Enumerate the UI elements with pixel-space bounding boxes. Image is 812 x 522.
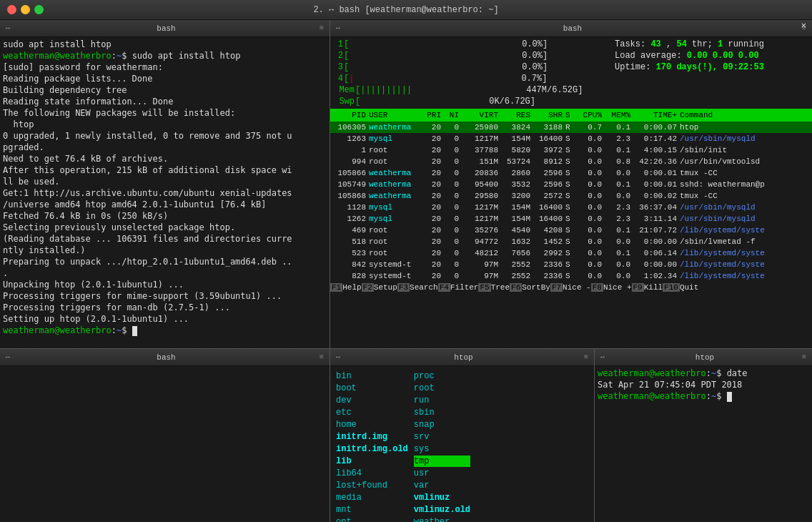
pane-bottom-left-menu-icon[interactable]: ≡ <box>320 353 324 361</box>
process-row[interactable]: 1128 mysql 20 0 1217M 154M 16400 S 0.0 2… <box>330 202 812 213</box>
terminal-output: sudo apt install htop weatherman@weather… <box>3 39 327 336</box>
file-item[interactable]: bin <box>336 370 408 382</box>
pane-bottom-mid-menu-icon[interactable]: ≡ <box>584 353 588 361</box>
pane-right-title: bash <box>343 24 802 33</box>
pane-bottom-left: ↔ bash ≡ <box>0 349 330 522</box>
pane-bottom-right-content[interactable]: weatherman@weatherbro:~$ date Sat Apr 21… <box>595 366 812 522</box>
htop-top-section: 1 [ 0.0%] 2 [ 0.0%] <box>330 37 812 109</box>
cpu-bar-4: 4 [ | 0.7%] <box>333 73 609 84</box>
f9-kill[interactable]: F9Kill <box>632 283 663 292</box>
process-row[interactable]: 106305 weatherma 20 0 25980 3824 3188 R … <box>330 122 812 133</box>
pane-bottom-left-content[interactable] <box>0 366 330 522</box>
window-controls <box>7 5 44 14</box>
file-item[interactable]: mnt <box>336 504 408 516</box>
pane-left-menu-icon[interactable]: ≡ <box>320 24 324 32</box>
pane-left-terminal: ↔ bash ≡ sudo apt install htop weatherma… <box>0 20 330 348</box>
f2-setup[interactable]: F2Setup <box>362 283 397 292</box>
f8-nice-plus[interactable]: F8Nice + <box>591 283 632 292</box>
file-item-tmp[interactable]: tmp <box>414 455 470 467</box>
cpu-bar-2: 2 [ 0.0%] <box>333 50 609 61</box>
top-row: ↔ bash ≡ sudo apt install htop weatherma… <box>0 20 812 349</box>
file-item[interactable]: boot <box>336 383 408 394</box>
pane-right-content[interactable]: 1 [ 0.0%] 2 [ 0.0%] <box>330 37 812 348</box>
pane-bottom-left-title: bash <box>13 353 320 362</box>
process-row[interactable]: 523 root 20 0 48212 7656 2992 S 0.0 0.1 … <box>330 247 812 259</box>
file-item[interactable]: weather <box>414 516 470 522</box>
file-item[interactable]: root <box>414 383 470 394</box>
process-row[interactable]: 828 systemd-t 20 0 97M 2552 2336 S 0.0 0… <box>330 270 812 282</box>
process-row[interactable]: 1 root 20 0 37788 5820 3972 S 0.0 0.1 4:… <box>330 144 812 156</box>
htop-uptime-line: Uptime: 170 days(!), 09:22:53 <box>615 61 809 73</box>
window-title: 2. ↔ bash [weatherman@weatherbro: ~] <box>313 5 498 15</box>
pane-bottom-left-header: ↔ bash ≡ <box>0 349 330 366</box>
file-item-lib[interactable]: lib <box>336 455 408 467</box>
file-item[interactable]: run <box>414 395 470 406</box>
maximize-button[interactable] <box>34 5 44 14</box>
process-row[interactable]: 105866 weatherma 20 0 20836 2860 2596 S … <box>330 167 812 179</box>
pane-bottom-left-icon: ↔ <box>6 353 10 361</box>
file-item[interactable]: dev <box>336 395 408 406</box>
file-item[interactable]: home <box>336 419 408 430</box>
bottom-right-terminal: weatherman@weatherbro:~$ date Sat Apr 21… <box>598 368 809 402</box>
pane-bottom-mid-content[interactable]: bin boot dev etc home initrd.img initrd.… <box>330 366 594 522</box>
file-item[interactable]: sys <box>414 443 470 455</box>
htop-display: 1 [ 0.0%] 2 [ 0.0%] <box>330 37 812 348</box>
file-item-vmlinuz-old[interactable]: vmlinuz.old <box>414 504 470 516</box>
pane-bottom-right: ↔ htop ≡ weatherman@weatherbro:~$ date S… <box>595 349 812 522</box>
pane-bottom-mid-title: htop <box>343 353 584 362</box>
htop-cpu-bars: 1 [ 0.0%] 2 [ 0.0%] <box>333 39 609 107</box>
cpu-bar-3: 3 [ 0.0%] <box>333 61 609 73</box>
f3-search[interactable]: F3Search <box>397 283 438 292</box>
file-item-initrd[interactable]: initrd.img <box>336 431 408 443</box>
pane-left-content[interactable]: sudo apt install htop weatherman@weather… <box>0 37 330 348</box>
minimize-button[interactable] <box>21 5 30 14</box>
process-row[interactable]: 469 root 20 0 35276 4540 4208 S 0.0 0.1 … <box>330 225 812 236</box>
file-item-vmlinuz[interactable]: vmlinuz <box>414 492 470 503</box>
file-item-initrd-old[interactable]: initrd.img.old <box>336 443 408 455</box>
f4-filter[interactable]: F4Filter <box>438 283 479 292</box>
process-row[interactable]: 842 systemd-t 20 0 97M 2552 2336 S 0.0 0… <box>330 259 812 270</box>
htop-load-line: Load average: 0.00 0.00 0.00 <box>615 50 809 61</box>
close-button[interactable] <box>7 5 16 14</box>
file-item[interactable]: usr <box>414 468 470 479</box>
process-row[interactable]: 994 root 20 0 151M 53724 8912 S 0.0 0.8 … <box>330 156 812 167</box>
pane-right-icon: ↔ <box>336 24 340 32</box>
process-row[interactable]: 105868 weatherma 20 0 29580 3200 2572 S … <box>330 190 812 202</box>
title-bar: 2. ↔ bash [weatherman@weatherbro: ~] <box>0 0 812 20</box>
pane-left-icon: ↔ <box>6 24 10 32</box>
file-item[interactable]: sbin <box>414 407 470 418</box>
pane-left-header: ↔ bash ≡ <box>0 20 330 37</box>
htop-process-header: PID USER PRI NI VIRT RES SHR S CPU% MEM%… <box>330 109 812 122</box>
mem-bar: Mem [ |||||||||| 447M/6.52G] <box>333 84 609 96</box>
process-row[interactable]: 1262 mysql 20 0 1217M 154M 16400 S 0.0 2… <box>330 213 812 225</box>
f6-sortby[interactable]: F6SortBy <box>510 283 550 292</box>
process-row[interactable]: 105749 weatherma 20 0 95400 3532 2596 S … <box>330 179 812 190</box>
file-item[interactable]: etc <box>336 407 408 418</box>
main-container: ↔ bash ≡ sudo apt install htop weatherma… <box>0 20 812 522</box>
file-item[interactable]: srv <box>414 431 470 443</box>
process-row[interactable]: 518 root 20 0 94772 1632 1452 S 0.0 0.0 … <box>330 236 812 247</box>
file-item[interactable]: proc <box>414 370 470 382</box>
file-item[interactable]: var <box>414 480 470 491</box>
process-row[interactable]: 1263 mysql 20 0 1217M 154M 16400 S 0.0 2… <box>330 133 812 144</box>
f5-tree[interactable]: F5Tree <box>478 283 510 292</box>
pane-bottom-right-icon: ↔ <box>600 353 605 361</box>
pane-right-htop: ↔ bash ≡ 1 [ 0.0%] <box>330 20 812 348</box>
bottom-row: ↔ bash ≡ ↔ htop ✕ ≡ bin boot <box>0 349 812 522</box>
file-item[interactable]: snap <box>414 419 470 430</box>
file-item[interactable]: opt <box>336 516 408 522</box>
file-item[interactable]: media <box>336 492 408 503</box>
file-item[interactable]: lib64 <box>336 468 408 479</box>
htop-tasks-line: Tasks: 43 , 54 thr; 1 running <box>615 39 809 50</box>
pane-bottom-right-menu-icon[interactable]: ≡ <box>802 353 806 361</box>
file-item[interactable]: lost+found <box>336 480 408 491</box>
file-col-1: bin boot dev etc home initrd.img initrd.… <box>336 370 408 522</box>
htop-stats: Tasks: 43 , 54 thr; 1 running Load avera… <box>609 39 809 107</box>
file-list: bin boot dev etc home initrd.img initrd.… <box>333 368 591 522</box>
f1-help[interactable]: F1Help <box>330 283 362 292</box>
pane-bottom-mid-header: ↔ htop ✕ ≡ <box>330 349 594 366</box>
f10-quit[interactable]: F10Quit <box>663 283 698 292</box>
htop-process-list: 106305 weatherma 20 0 25980 3824 3188 R … <box>330 122 812 282</box>
f7-nice-minus[interactable]: F7Nice - <box>550 283 591 292</box>
swp-bar: Swp [ 0K/6.72G] <box>333 96 609 107</box>
